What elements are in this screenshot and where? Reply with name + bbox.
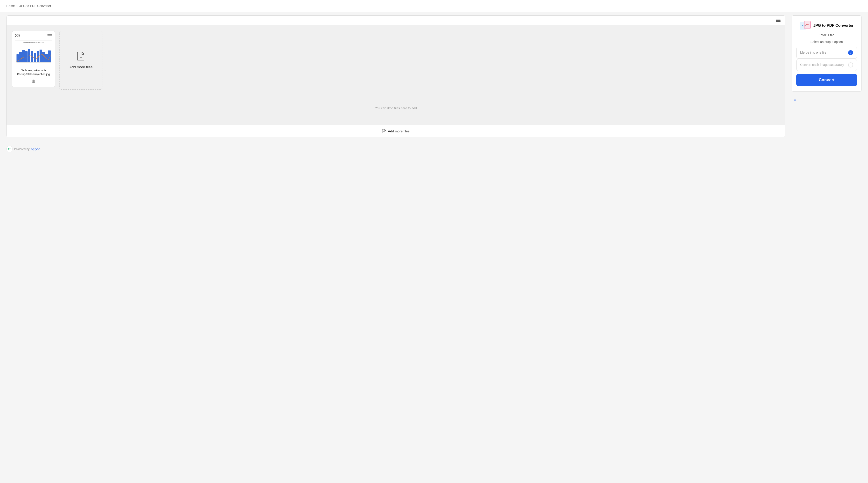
chart-trendline [17,49,51,62]
converter-icon: JPG → PDF [800,21,811,30]
svg-point-4 [17,35,18,36]
powered-by-text: Powered by [14,147,30,151]
preview-icon[interactable] [15,34,20,38]
mini-chart: Technological Products Data Price (USD) [15,40,52,66]
file-card-top [15,34,52,38]
add-more-card-label: Add more files [69,65,92,69]
svg-rect-2 [776,21,780,22]
radio-separate[interactable] [848,62,853,67]
svg-rect-10 [32,80,33,83]
output-label: Select an output option [810,40,843,44]
arrow-icon: → [804,24,807,27]
svg-rect-11 [33,80,34,83]
right-panel: JPG → PDF JPG to PDF Converter Total: 1 … [792,16,862,103]
check-icon: ✓ [849,51,852,55]
file-thumbnail: Technological Products Data Price (USD) [15,40,52,66]
svg-rect-1 [776,20,780,21]
apryse-logo [6,146,13,152]
svg-rect-9 [33,79,34,80]
drag-handle-icon[interactable] [48,34,52,38]
drop-area: Technological Products Data Price (USD) [6,25,785,125]
menu-icon-button[interactable] [775,18,782,23]
svg-rect-12 [35,80,35,83]
chart-title: Technological Products Data Price (USD) [16,42,51,43]
toolbar [6,16,785,25]
svg-rect-6 [48,35,52,36]
add-more-files-card[interactable]: Add more files [59,31,102,90]
svg-rect-13 [32,82,35,83]
breadcrumb: Home › JPG to PDF Converter [0,0,868,12]
add-files-bar-label: Add more files [388,129,410,133]
option-merge-label: Merge into one file [800,51,826,55]
output-option-list: Merge into one file ✓ Convert each image… [796,47,857,71]
file-card: Technological Products Data Price (USD) [12,31,55,87]
option-separate-label: Convert each image separately [800,63,844,67]
converter-header: JPG → PDF JPG to PDF Converter [800,21,854,30]
left-panel: Technological Products Data Price (USD) [6,16,785,137]
breadcrumb-current: JPG to PDF Converter [20,4,51,8]
option-merge-row[interactable]: Merge into one file ✓ [796,47,857,59]
file-count: Total: 1 file [819,33,834,37]
svg-rect-5 [48,34,52,35]
apryse-link[interactable]: Apryse [31,147,40,151]
delete-file-button[interactable] [30,79,37,84]
convert-button[interactable]: Convert [796,74,857,86]
expand-button[interactable]: » [792,96,798,103]
file-name: Technology-Product-Pricing-Stats-Project… [17,68,50,76]
svg-rect-0 [776,19,780,20]
svg-point-3 [15,34,20,37]
powered-prefix: P [14,147,16,151]
add-file-icon [77,51,85,62]
converter-title: JPG to PDF Converter [813,23,854,28]
main-layout: Technological Products Data Price (USD) [0,12,868,143]
powered-by: Powered by Apryse [0,143,868,156]
svg-rect-7 [48,37,52,37]
add-files-bar[interactable]: Add more files [6,125,785,137]
breadcrumb-home[interactable]: Home [6,4,15,8]
radio-merge[interactable]: ✓ [848,50,853,55]
svg-point-19 [10,148,11,149]
option-separate-row[interactable]: Convert each image separately [796,59,857,71]
drop-hint: You can drop files here to add [12,103,780,111]
svg-rect-8 [32,80,35,80]
svg-point-18 [8,148,9,150]
breadcrumb-sep: › [17,4,18,8]
converter-card: JPG → PDF JPG to PDF Converter Total: 1 … [792,16,862,92]
